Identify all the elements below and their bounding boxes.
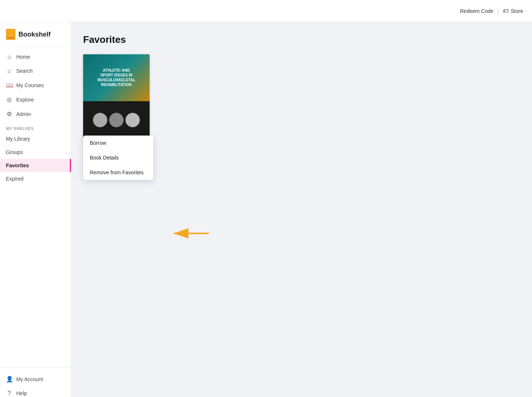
sidebar-item-groups-label: Groups xyxy=(6,149,23,155)
book-circle-1 xyxy=(93,113,108,127)
sidebar-item-groups[interactable]: Groups xyxy=(0,146,71,159)
sidebar-item-my-library-label: My Library xyxy=(6,136,30,142)
arrow-annotation xyxy=(105,224,224,243)
courses-icon: 📖 xyxy=(6,82,13,89)
help-icon: ? xyxy=(6,390,13,397)
sidebar-item-help[interactable]: ? Help xyxy=(0,386,71,397)
book-cover[interactable]: Athletic and Sport Issues in Musculoskel… xyxy=(83,54,150,139)
sidebar-item-courses-label: My Courses xyxy=(16,82,44,88)
store-button[interactable]: 🏷 Store xyxy=(503,8,523,14)
sidebar-item-admin[interactable]: ⚙ Admin xyxy=(0,107,71,121)
search-icon: ⌕ xyxy=(6,68,13,74)
active-indicator xyxy=(70,159,71,172)
sidebar-item-help-label: Help xyxy=(16,390,27,396)
app-title: Bookshelf xyxy=(18,31,51,38)
topbar: Redeem Code 🏷 Store xyxy=(0,0,532,22)
sidebar-item-admin-label: Admin xyxy=(16,111,31,117)
topbar-divider xyxy=(498,7,498,15)
book-cover-title: Athletic and Sport Issues in Musculoskel… xyxy=(98,68,136,87)
sidebar-item-my-account[interactable]: 👤 My Account xyxy=(0,372,71,386)
sidebar-item-explore[interactable]: ◎ Explore xyxy=(0,92,71,107)
logo-icon xyxy=(6,29,16,40)
sidebar-item-my-courses[interactable]: 📖 My Courses xyxy=(0,78,71,92)
explore-icon: ◎ xyxy=(6,96,13,103)
dropdown-menu: Borrow Book Details Remove from Favorite… xyxy=(83,136,153,180)
sidebar-item-search-label: Search xyxy=(16,68,33,74)
page-title: Favorites xyxy=(83,34,520,45)
book-cover-bottom xyxy=(83,101,150,140)
account-icon: 👤 xyxy=(6,376,13,383)
tag-icon: 🏷 xyxy=(503,8,509,14)
dropdown-item-remove-favorites[interactable]: Remove from Favorites xyxy=(83,165,153,180)
my-shelves-section-label: MY SHELVES xyxy=(0,121,71,132)
dropdown-item-book-details[interactable]: Book Details xyxy=(83,150,153,165)
store-label: Store xyxy=(511,8,523,14)
topbar-actions: Redeem Code 🏷 Store xyxy=(460,7,523,15)
app-logo: Bookshelf xyxy=(0,22,71,47)
sidebar-item-search[interactable]: ⌕ Search xyxy=(0,64,71,78)
sidebar-item-favorites[interactable]: Favorites xyxy=(0,159,71,172)
book-cover-top: Athletic and Sport Issues in Musculoskel… xyxy=(83,54,150,101)
book-circle-3 xyxy=(125,113,140,127)
redeem-code-button[interactable]: Redeem Code xyxy=(460,8,493,14)
admin-icon: ⚙ xyxy=(6,110,13,117)
book-circle-2 xyxy=(109,113,124,127)
sidebar-item-my-library[interactable]: My Library xyxy=(0,132,71,146)
sidebar-item-favorites-label: Favorites xyxy=(6,162,29,168)
sidebar-item-home-label: Home xyxy=(16,54,30,60)
main-content: Favorites Athletic and Sport Issues in M… xyxy=(71,22,532,397)
sidebar-nav: ⌂ Home ⌕ Search 📖 My Courses ◎ Explore ⚙… xyxy=(0,47,71,367)
dropdown-item-borrow[interactable]: Borrow xyxy=(83,136,153,150)
sidebar: Bookshelf ⌂ Home ⌕ Search 📖 My Courses ◎… xyxy=(0,22,71,397)
sidebar-item-home[interactable]: ⌂ Home xyxy=(0,50,71,64)
sidebar-item-account-label: My Account xyxy=(16,376,43,382)
layout: Bookshelf ⌂ Home ⌕ Search 📖 My Courses ◎… xyxy=(0,0,532,397)
sidebar-bottom: 👤 My Account ? Help 💬 Feedback xyxy=(0,367,71,397)
book-card: Athletic and Sport Issues in Musculoskel… xyxy=(83,54,150,154)
sidebar-item-expired-label: Expired xyxy=(6,176,23,182)
sidebar-item-expired[interactable]: Expired xyxy=(0,172,71,185)
home-icon: ⌂ xyxy=(6,54,13,60)
sidebar-item-explore-label: Explore xyxy=(16,97,34,103)
